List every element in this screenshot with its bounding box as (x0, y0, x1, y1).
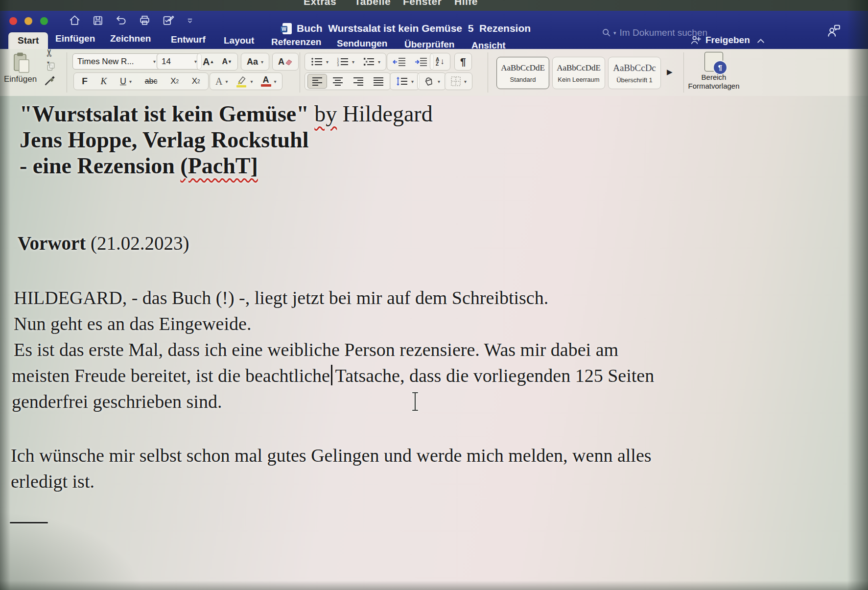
font-size-select[interactable]: 14▾ (157, 53, 202, 70)
styles-pane-button[interactable]: ¶ Bereich Formatvorlagen (684, 52, 743, 91)
tab-layout[interactable]: Layout (224, 35, 254, 46)
clear-format-group: A (272, 53, 299, 71)
misspelled-word: by (314, 101, 337, 126)
heading-line-3: - eine Rezension (PachT] (20, 153, 433, 179)
shrink-font-button[interactable]: A▼ (218, 55, 235, 69)
sort-group: AZ ↓ (430, 53, 450, 71)
menu-tabelle[interactable]: Tabelle (354, 0, 391, 7)
pilcrow-group: ¶ (454, 53, 472, 71)
word-document-icon: W (282, 23, 292, 34)
close-window-button[interactable] (9, 17, 17, 25)
style-ueberschrift-1[interactable]: AaBbCcDc Überschrift 1 (608, 57, 661, 89)
italic-button[interactable]: K (97, 74, 111, 88)
undo-icon[interactable] (115, 14, 127, 26)
paragraph-2: Ich wünsche mir selbst schon mal gutes G… (11, 443, 652, 495)
menu-hilfe[interactable]: Hilfe (454, 0, 478, 7)
style-kein-leerraum[interactable]: AaBbCcDdE Kein Leerraum (552, 57, 605, 89)
mouse-cursor-ibeam (410, 391, 420, 414)
font-style-group: F K U▾ abc X2 X2 (73, 72, 209, 90)
minimize-window-button[interactable] (24, 17, 32, 25)
justify-button[interactable] (369, 74, 388, 88)
ribbon-home: ▾ Einfügen ✂ Times New R...▾ 14▾ A▲ A▼ A… (0, 49, 868, 96)
more-styles-arrow-icon[interactable]: ▶ (667, 68, 673, 76)
document-editing-surface[interactable]: "Wurstsalat ist kein Gemüse" by Hildegar… (0, 96, 868, 590)
home-icon[interactable] (69, 14, 81, 26)
sort-button[interactable]: AZ ↓ (432, 55, 448, 69)
align-right-button[interactable] (349, 74, 368, 88)
tab-start[interactable]: Start (8, 32, 48, 49)
font-resize-group: A▲ A▼ (197, 53, 238, 71)
alignment-group (305, 72, 391, 90)
vorwort-line: Vorwort (21.02.2023) (18, 232, 189, 254)
text-effects-button[interactable]: A▾ (212, 74, 231, 88)
superscript-button[interactable]: X2 (188, 74, 204, 88)
font-name-select[interactable]: Times New R...▾ (72, 53, 161, 70)
share-person-plus-icon (690, 34, 702, 46)
align-center-button[interactable] (328, 74, 347, 88)
heading-line-1: "Wurstsalat ist kein Gemüse" by Hildegar… (20, 101, 433, 127)
numbered-list-button[interactable]: 123 ▾ (333, 55, 358, 69)
heading-line-2: Jens Hoppe, Verlag Rockstuhl (20, 127, 433, 153)
multilevel-list-button[interactable]: ▾ (359, 55, 384, 69)
strikethrough-button[interactable]: abc (141, 74, 161, 88)
underline-button[interactable]: U▾ (117, 74, 135, 88)
font-color-button[interactable]: A ▾ (258, 74, 280, 88)
indent-group (387, 53, 434, 71)
align-left-button[interactable] (307, 74, 327, 89)
change-case-group: Aa▾ (241, 53, 269, 71)
shading-bucket-button[interactable]: ▾ (420, 74, 444, 88)
bullet-list-button[interactable]: ▾ (307, 55, 332, 69)
group-divider (683, 52, 684, 93)
tab-referenzen[interactable]: Referenzen (271, 37, 321, 47)
subscript-button[interactable]: X2 (167, 74, 182, 88)
show-paragraph-marks-button[interactable]: ¶ (457, 55, 469, 69)
paste-button[interactable] (11, 52, 32, 76)
misspelled-word: (PachT] (180, 153, 258, 178)
tab-zeichnen[interactable]: Zeichnen (110, 33, 151, 44)
horizontal-rule (10, 522, 48, 523)
borders-group: ▾ (445, 72, 472, 90)
tab-ueberpruefen[interactable]: Überprüfen (404, 39, 454, 50)
style-standard[interactable]: AaBbCcDdE Standard (496, 57, 549, 89)
quick-access-toolbar (69, 14, 194, 26)
document-title: Buch Wurstsalat ist kein Gemüse 5 Rezens… (297, 23, 531, 34)
line-spacing-group: ▾ (390, 72, 420, 90)
styles-pane-icon: ¶ (704, 52, 723, 71)
cut-icon[interactable]: ✂ (44, 48, 55, 57)
share-button[interactable]: Freigeben (690, 34, 750, 46)
tab-entwurf[interactable]: Entwurf (171, 34, 206, 45)
list-group: ▾ 123 ▾ ▾ (305, 53, 386, 71)
macos-menubar: Extras Tabelle Fenster Hilfe (0, 0, 868, 11)
collapse-ribbon-icon[interactable] (756, 36, 766, 46)
highlight-color-button[interactable]: ▾ (232, 74, 256, 88)
customize-toolbar-icon[interactable] (186, 16, 194, 25)
format-painter-icon[interactable] (44, 73, 57, 86)
clear-formatting-button[interactable]: A (275, 55, 296, 69)
tab-sendungen[interactable]: Sendungen (337, 38, 387, 49)
search-icon (601, 27, 612, 38)
decrease-indent-button[interactable] (389, 55, 410, 69)
font-color-group: A▾ ▾ A ▾ (210, 72, 282, 90)
paragraph-1: HILDEGARD, - das Buch (!) -, liegt jetzt… (14, 285, 654, 415)
review-edit-icon[interactable] (162, 14, 174, 26)
line-spacing-button[interactable]: ▾ (392, 74, 417, 88)
group-divider (488, 52, 488, 93)
comments-presence-icon[interactable] (826, 24, 841, 38)
tab-einfuegen[interactable]: Einfügen (55, 33, 95, 44)
text-cursor (331, 365, 332, 385)
zoom-window-button[interactable] (40, 17, 48, 25)
search-scope-chevron-icon[interactable]: ▾ (613, 30, 616, 36)
paste-group-label: Einfügen (4, 74, 37, 84)
traffic-lights (9, 17, 53, 27)
menu-fenster[interactable]: Fenster (403, 0, 442, 7)
copy-icon[interactable] (46, 62, 56, 71)
print-icon[interactable] (139, 14, 151, 26)
change-case-button[interactable]: Aa▾ (243, 55, 267, 69)
bold-button[interactable]: F (78, 74, 91, 88)
save-icon[interactable] (92, 15, 104, 26)
menu-extras[interactable]: Extras (304, 0, 336, 7)
increase-indent-button[interactable] (411, 55, 431, 69)
grow-font-button[interactable]: A▲ (199, 55, 217, 69)
borders-button[interactable]: ▾ (447, 74, 470, 88)
document-title-area: W Buch Wurstsalat ist kein Gemüse 5 Reze… (282, 23, 531, 34)
